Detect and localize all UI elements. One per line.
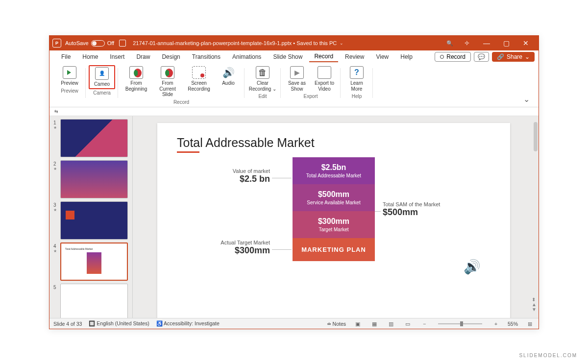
tab-draw[interactable]: Draw	[131, 52, 155, 62]
fit-to-window-icon[interactable]: ⊞	[525, 321, 535, 327]
ribbon-group-help: Learn More Help	[341, 65, 373, 107]
tab-animations[interactable]: Animations	[227, 52, 266, 62]
tab-transitions[interactable]: Transitions	[187, 52, 225, 62]
search-icon[interactable]: 🔍	[442, 40, 457, 47]
screen-recording-icon	[192, 66, 206, 79]
accessibility-status[interactable]: ♿ Accessibility: Investigate	[156, 320, 220, 327]
autosave-label: AutoSave	[65, 40, 89, 46]
group-label: Edit	[258, 93, 267, 101]
group-label: Preview	[61, 87, 78, 96]
share-button[interactable]: 🔗 Share ⌄	[492, 52, 535, 62]
autosave-toggle[interactable]: AutoSave Off	[65, 40, 114, 47]
from-beginning-button[interactable]: From Beginning	[121, 65, 151, 98]
tab-slideshow[interactable]: Slide Show	[268, 52, 307, 62]
tab-home[interactable]: Home	[77, 52, 103, 62]
audio-icon	[221, 66, 235, 79]
thumbnail-2[interactable]: 2★	[53, 160, 130, 198]
group-label: Record	[173, 98, 189, 107]
autosave-state: Off	[107, 40, 114, 46]
funnel-seg-target: $300mmTarget Market	[293, 211, 375, 238]
thumbnail-3[interactable]: 3★	[53, 201, 130, 240]
slide-nav-arrows[interactable]: ⬍▲▼	[532, 297, 537, 312]
normal-view-icon[interactable]: ▣	[353, 321, 363, 327]
minimize-button[interactable]: —	[477, 39, 496, 47]
slide-position[interactable]: Slide 4 of 33	[53, 321, 82, 327]
group-label: Camera	[93, 89, 111, 97]
tab-help[interactable]: Help	[395, 52, 417, 62]
export-video-button[interactable]: Export to Video	[311, 65, 338, 93]
status-bar: Slide 4 of 33 🔲 English (United States) …	[49, 318, 539, 329]
from-current-slide-button[interactable]: From Current Slide	[152, 65, 183, 98]
titlebar: P AutoSave Off 21747-01-annual-marketing…	[49, 36, 539, 50]
callout-total-sam: Total SAM of the Market $500mm	[383, 201, 466, 218]
callout-actual-target: Actual Target Market $300mm	[177, 240, 270, 256]
tab-file[interactable]: File	[56, 52, 75, 62]
collapse-ribbon-icon[interactable]: ⌄	[518, 92, 535, 107]
ribbon: Preview Preview 👤Cameo Camera From Begin…	[49, 63, 539, 107]
from-beginning-icon	[129, 66, 143, 79]
export-video-icon	[318, 66, 331, 79]
screen-recording-button[interactable]: Screen Recording	[184, 65, 214, 98]
funnel-seg-tam: $2.5bnTotal Addressable Market	[293, 157, 375, 184]
save-as-show-button[interactable]: Save as Show	[284, 65, 310, 93]
funnel-seg-plan: MARKETING PLAN	[293, 238, 375, 261]
zoom-slider[interactable]	[438, 323, 482, 324]
ribbon-group-camera: 👤Cameo Camera	[86, 65, 118, 107]
app-window: P AutoSave Off 21747-01-annual-marketing…	[49, 35, 539, 329]
zoom-out-button[interactable]: −	[419, 321, 429, 327]
tab-review[interactable]: Review	[340, 52, 369, 62]
save-status: Saved to this PC	[296, 40, 337, 46]
workspace: 1★ 2★ 3★ 4★Total Addressable Market 5 ⬍▲…	[49, 116, 539, 327]
notes-button[interactable]: ≐ Notes	[327, 321, 346, 327]
language-status[interactable]: 🔲 English (United States)	[89, 320, 149, 327]
learn-more-button[interactable]: Learn More	[343, 65, 370, 93]
ribbon-group-edit: Clear Recording ⌄ Edit	[245, 65, 281, 107]
tab-design[interactable]: Design	[157, 52, 185, 62]
clear-icon	[256, 66, 270, 79]
vertical-scrollbar[interactable]	[534, 122, 538, 151]
menu-tabs: File Home Insert Draw Design Transitions…	[49, 50, 539, 63]
chevron-down-icon[interactable]: ⌄	[340, 41, 343, 46]
slideshow-view-icon[interactable]: ▭	[403, 321, 413, 327]
tab-record[interactable]: Record	[309, 51, 338, 62]
filename[interactable]: 21747-01-annual-marketing-plan-powerpoin…	[133, 40, 292, 46]
zoom-level[interactable]: 55%	[508, 321, 518, 327]
toggle-icon[interactable]	[91, 40, 105, 47]
record-button[interactable]: Record	[435, 52, 471, 62]
speaker-icon[interactable]: 🔊	[464, 259, 481, 275]
comments-button[interactable]: 💬	[474, 52, 489, 62]
learn-more-icon	[350, 66, 364, 79]
ribbon-group-export: Save as Show Export to Video Export	[281, 65, 341, 107]
slide-canvas[interactable]: ⬍▲▼ Total Addressable Market Value of ma…	[133, 116, 539, 327]
ribbon-mode-icon[interactable]: ✧	[457, 39, 477, 47]
slide-title: Total Addressable Market	[177, 136, 490, 150]
maximize-button[interactable]: ▢	[496, 39, 516, 47]
sorter-view-icon[interactable]: ▦	[369, 321, 379, 327]
clear-recording-button[interactable]: Clear Recording ⌄	[247, 65, 278, 93]
watermark: SLIDEMODEL.COM	[519, 353, 577, 358]
zoom-in-button[interactable]: +	[491, 321, 501, 327]
save-icon[interactable]	[119, 40, 126, 47]
preview-icon	[63, 66, 76, 79]
funnel-seg-sam: $500mmService Available Market	[293, 184, 375, 211]
preview-button[interactable]: Preview	[56, 65, 83, 87]
ribbon-group-record: From Beginning From Current Slide Screen…	[118, 65, 245, 107]
group-label: Export	[304, 93, 318, 101]
save-show-icon	[290, 66, 304, 79]
tab-view[interactable]: View	[371, 52, 393, 62]
slide[interactable]: Total Addressable Market Value of market…	[157, 123, 510, 319]
cameo-button[interactable]: 👤Cameo	[89, 65, 115, 89]
funnel-chart: $2.5bnTotal Addressable Market $500mmSer…	[293, 157, 375, 261]
thumbnail-5[interactable]: 5	[53, 284, 130, 322]
thumbnail-4[interactable]: 4★Total Addressable Market	[53, 243, 130, 281]
audio-button[interactable]: Audio	[215, 65, 242, 98]
from-current-icon	[161, 66, 174, 79]
ribbon-group-preview: Preview Preview	[53, 65, 86, 107]
tab-insert[interactable]: Insert	[105, 52, 129, 62]
reading-view-icon[interactable]: ▥	[386, 321, 396, 327]
close-button[interactable]: ✕	[516, 39, 536, 47]
thumbnail-1[interactable]: 1★	[53, 119, 130, 157]
powerpoint-icon: P	[52, 39, 61, 48]
title-underline	[177, 151, 199, 153]
qat-bar[interactable]: ⇆	[49, 107, 539, 116]
